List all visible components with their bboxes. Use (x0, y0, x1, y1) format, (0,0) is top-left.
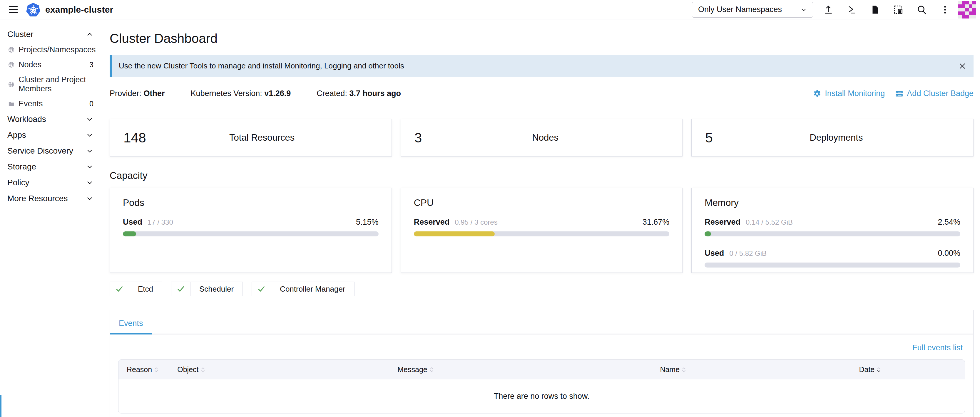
sidebar-item-nodes[interactable]: Nodes3 (0, 57, 100, 72)
column-sort-control[interactable]: Object (177, 365, 205, 374)
action-label: Install Monitoring (825, 89, 885, 98)
events-panel: Events Full events list Reason Object Me… (110, 310, 974, 417)
sort-icon (682, 366, 686, 373)
gear-icon (813, 89, 822, 98)
empty-state-text: There are no rows to show. (118, 379, 965, 414)
sidebar-group-label: Policy (7, 178, 29, 187)
main-content: Cluster Dashboard Use the new Cluster To… (100, 19, 980, 417)
chevron-down-icon (86, 163, 94, 171)
sidebar-group-service-discovery[interactable]: Service Discovery (0, 143, 100, 159)
health-badge-label: Etcd (129, 282, 162, 296)
upload-icon[interactable] (823, 5, 834, 15)
capacity-row-label: Used (123, 217, 142, 227)
stat-value: 148 (124, 130, 146, 146)
stat-card-nodes: 3Nodes (401, 119, 683, 157)
cluster-meta-0: Provider: Other (110, 89, 165, 98)
capacity-card-pods: PodsUsed17 / 3305.15% (110, 188, 392, 273)
sidebar-group-workloads[interactable]: Workloads (0, 111, 100, 127)
cluster-meta-value: v1.26.9 (264, 89, 291, 98)
chevron-down-icon (86, 116, 94, 123)
capacity-row-detail: 0.95 / 3 cores (455, 218, 497, 227)
sidebar-item-label: Projects/Namespaces (19, 45, 96, 54)
column-header-date: Date (855, 360, 965, 379)
globe-icon (8, 46, 15, 53)
namespace-filter-value: Only User Namespaces (698, 5, 782, 14)
chevron-down-icon (86, 179, 94, 187)
capacity-row: Used0 / 5.82 GiB0.00% (705, 249, 960, 268)
chevron-down-icon (86, 195, 94, 202)
column-header-name: Name (656, 360, 855, 379)
sidebar-accent-bar (0, 395, 2, 417)
full-events-list-link[interactable]: Full events list (118, 343, 963, 352)
capacity-card-title: Memory (705, 197, 960, 208)
chevron-down-icon (800, 6, 807, 14)
cluster-meta-value: Other (144, 89, 165, 98)
globe-icon (8, 81, 15, 88)
sidebar-item-label: Nodes (19, 60, 41, 69)
user-avatar[interactable] (958, 1, 976, 19)
check-icon (110, 282, 129, 296)
kubectl-shell-icon[interactable] (846, 5, 857, 15)
stat-value: 5 (705, 130, 713, 146)
sidebar-group-more-resources[interactable]: More Resources (0, 190, 100, 206)
install-monitoring-link[interactable]: Install Monitoring (813, 89, 885, 98)
column-label: Date (859, 365, 875, 374)
health-badge-scheduler: Scheduler (171, 282, 243, 296)
sidebar-group-cluster[interactable]: Cluster (0, 27, 100, 42)
top-header: example-cluster Only User Namespaces (0, 0, 980, 19)
cluster-meta-1: Kubernetes Version: v1.26.9 (191, 89, 291, 98)
chevron-down-icon (86, 131, 94, 139)
cluster-meta-row: Provider: OtherKubernetes Version: v1.26… (110, 89, 974, 98)
sort-icon (430, 366, 434, 373)
stat-label: Total Resources (146, 132, 378, 143)
column-sort-control[interactable]: Date (859, 365, 881, 374)
stat-label: Nodes (422, 132, 669, 143)
stat-value: 3 (414, 130, 422, 146)
chevron-up-icon (86, 30, 94, 38)
health-badge-controller-manager: Controller Manager (251, 282, 355, 296)
capacity-card-cpu: CPUReserved0.95 / 3 cores31.67% (401, 188, 683, 273)
column-header-reason: Reason (118, 360, 173, 379)
stat-card-total-resources: 148Total Resources (110, 119, 392, 157)
action-label: Add Cluster Badge (907, 89, 974, 98)
column-sort-control[interactable]: Reason (127, 365, 158, 374)
kebab-menu-icon[interactable] (940, 5, 950, 15)
tab-events[interactable]: Events (110, 315, 152, 335)
tab-bar: Events (110, 310, 973, 335)
hamburger-menu-icon[interactable] (7, 5, 19, 15)
capacity-row-percent: 0.00% (938, 249, 960, 258)
sidebar-item-count: 0 (89, 100, 94, 108)
sidebar-item-events[interactable]: Events0 (0, 96, 100, 111)
sidebar: ClusterProjects/NamespacesNodes3Cluster … (0, 19, 100, 417)
sidebar-item-cluster-and-project-members[interactable]: Cluster and Project Members (0, 72, 100, 96)
import-yaml-icon[interactable] (893, 5, 904, 15)
file-icon[interactable] (870, 5, 880, 15)
sidebar-group-apps[interactable]: Apps (0, 127, 100, 143)
app-root: example-cluster Only User Namespaces Clu… (0, 0, 980, 417)
sort-icon (201, 366, 205, 373)
close-icon[interactable] (958, 62, 966, 70)
add-cluster-badge-link[interactable]: Add Cluster Badge (895, 89, 974, 98)
capacity-row-label: Reserved (414, 217, 450, 227)
sidebar-group-storage[interactable]: Storage (0, 159, 100, 175)
sidebar-group-label: Workloads (7, 114, 46, 124)
column-label: Message (398, 365, 427, 374)
sidebar-item-projects-namespaces[interactable]: Projects/Namespaces (0, 42, 100, 57)
capacity-row: Reserved0.95 / 3 cores31.67% (414, 217, 670, 236)
capacity-row-detail: 0 / 5.82 GiB (729, 249, 767, 258)
sidebar-group-policy[interactable]: Policy (0, 175, 100, 190)
column-sort-control[interactable]: Message (398, 365, 434, 374)
column-sort-control[interactable]: Name (660, 365, 686, 374)
stat-label: Deployments (713, 132, 960, 143)
capacity-row: Used17 / 3305.15% (123, 217, 379, 236)
search-icon[interactable] (916, 5, 927, 15)
check-icon (171, 282, 191, 296)
divider (110, 107, 974, 107)
capacity-card-title: Pods (123, 197, 379, 208)
progress-bar (705, 231, 960, 236)
progress-bar (123, 231, 379, 236)
health-badge-label: Controller Manager (271, 282, 354, 296)
sidebar-group-label: Apps (7, 130, 26, 140)
namespace-filter-select[interactable]: Only User Namespaces (692, 2, 813, 17)
kubernetes-logo-icon (26, 2, 41, 17)
